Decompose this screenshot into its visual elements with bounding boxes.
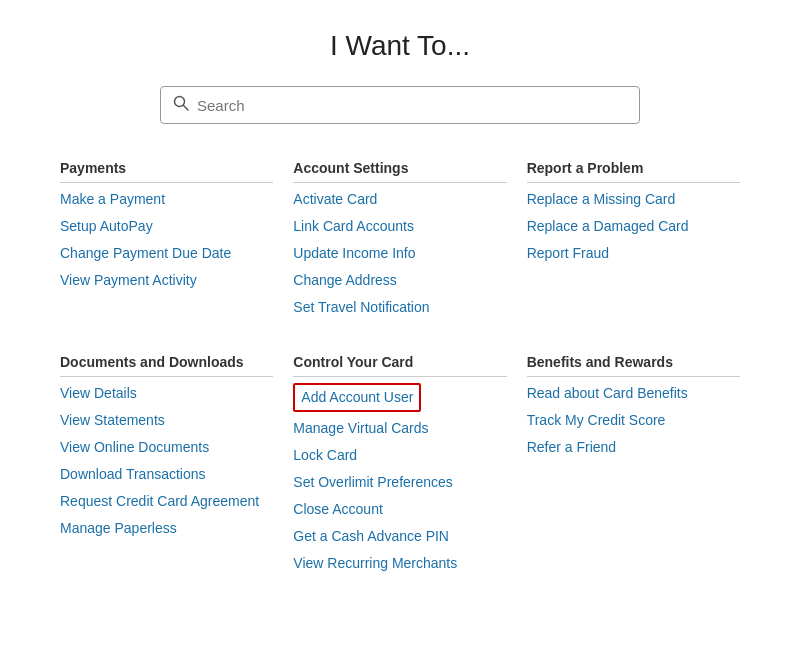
section-account-settings: Account SettingsActivate CardLink Card A… xyxy=(293,160,506,324)
link-activate-card[interactable]: Activate Card xyxy=(293,191,377,207)
list-item: Get a Cash Advance PIN xyxy=(293,526,506,547)
list-item: Track My Credit Score xyxy=(527,410,740,431)
section-links-report-a-problem: Replace a Missing CardReplace a Damaged … xyxy=(527,189,740,264)
link-replace-a-missing-card[interactable]: Replace a Missing Card xyxy=(527,191,676,207)
list-item: Make a Payment xyxy=(60,189,273,210)
section-report-a-problem: Report a ProblemReplace a Missing CardRe… xyxy=(527,160,740,324)
link-view-online-documents[interactable]: View Online Documents xyxy=(60,439,209,455)
link-change-address[interactable]: Change Address xyxy=(293,272,397,288)
search-icon xyxy=(173,95,189,115)
section-links-benefits-rewards: Read about Card BenefitsTrack My Credit … xyxy=(527,383,740,458)
section-links-account-settings: Activate CardLink Card AccountsUpdate In… xyxy=(293,189,506,318)
list-item: Add Account User xyxy=(293,383,506,412)
link-get-a-cash-advance-pin[interactable]: Get a Cash Advance PIN xyxy=(293,528,449,544)
link-view-details[interactable]: View Details xyxy=(60,385,137,401)
list-item: View Online Documents xyxy=(60,437,273,458)
list-item: View Details xyxy=(60,383,273,404)
list-item: Change Address xyxy=(293,270,506,291)
svg-line-1 xyxy=(184,106,189,111)
list-item: View Statements xyxy=(60,410,273,431)
list-item: Link Card Accounts xyxy=(293,216,506,237)
link-request-credit-card-agreement[interactable]: Request Credit Card Agreement xyxy=(60,493,259,509)
section-title-documents-downloads: Documents and Downloads xyxy=(60,354,273,377)
list-item: Refer a Friend xyxy=(527,437,740,458)
list-item: Setup AutoPay xyxy=(60,216,273,237)
list-item: Close Account xyxy=(293,499,506,520)
list-item: Activate Card xyxy=(293,189,506,210)
link-report-fraud[interactable]: Report Fraud xyxy=(527,245,609,261)
page-container: I Want To... PaymentsMake a PaymentSetup… xyxy=(0,0,800,640)
link-setup-autopay[interactable]: Setup AutoPay xyxy=(60,218,153,234)
link-add-account-user[interactable]: Add Account User xyxy=(301,389,413,405)
link-replace-a-damaged-card[interactable]: Replace a Damaged Card xyxy=(527,218,689,234)
section-payments: PaymentsMake a PaymentSetup AutoPayChang… xyxy=(60,160,273,324)
list-item: Set Travel Notification xyxy=(293,297,506,318)
link-lock-card[interactable]: Lock Card xyxy=(293,447,357,463)
link-set-travel-notification[interactable]: Set Travel Notification xyxy=(293,299,429,315)
link-update-income-info[interactable]: Update Income Info xyxy=(293,245,415,261)
list-item: Read about Card Benefits xyxy=(527,383,740,404)
link-manage-virtual-cards[interactable]: Manage Virtual Cards xyxy=(293,420,428,436)
link-view-statements[interactable]: View Statements xyxy=(60,412,165,428)
link-view-payment-activity[interactable]: View Payment Activity xyxy=(60,272,197,288)
list-item: Change Payment Due Date xyxy=(60,243,273,264)
sections-grid: PaymentsMake a PaymentSetup AutoPayChang… xyxy=(60,160,740,610)
section-title-benefits-rewards: Benefits and Rewards xyxy=(527,354,740,377)
list-item: Replace a Missing Card xyxy=(527,189,740,210)
section-control-your-card: Control Your CardAdd Account UserManage … xyxy=(293,354,506,580)
list-item: Update Income Info xyxy=(293,243,506,264)
list-item: View Payment Activity xyxy=(60,270,273,291)
section-links-control-your-card: Add Account UserManage Virtual CardsLock… xyxy=(293,383,506,574)
search-box xyxy=(160,86,640,124)
link-change-payment-due-date[interactable]: Change Payment Due Date xyxy=(60,245,231,261)
link-manage-paperless[interactable]: Manage Paperless xyxy=(60,520,177,536)
section-benefits-rewards: Benefits and RewardsRead about Card Bene… xyxy=(527,354,740,580)
list-item: Download Transactions xyxy=(60,464,273,485)
list-item: Set Overlimit Preferences xyxy=(293,472,506,493)
section-title-control-your-card: Control Your Card xyxy=(293,354,506,377)
section-title-payments: Payments xyxy=(60,160,273,183)
section-title-account-settings: Account Settings xyxy=(293,160,506,183)
section-links-payments: Make a PaymentSetup AutoPayChange Paymen… xyxy=(60,189,273,291)
section-links-documents-downloads: View DetailsView StatementsView Online D… xyxy=(60,383,273,539)
link-make-a-payment[interactable]: Make a Payment xyxy=(60,191,165,207)
list-item: View Recurring Merchants xyxy=(293,553,506,574)
list-item: Report Fraud xyxy=(527,243,740,264)
section-title-report-a-problem: Report a Problem xyxy=(527,160,740,183)
link-set-overlimit-preferences[interactable]: Set Overlimit Preferences xyxy=(293,474,453,490)
highlighted-link-wrapper: Add Account User xyxy=(293,383,421,412)
section-documents-downloads: Documents and DownloadsView DetailsView … xyxy=(60,354,273,580)
link-close-account[interactable]: Close Account xyxy=(293,501,383,517)
search-container xyxy=(60,86,740,124)
list-item: Manage Paperless xyxy=(60,518,273,539)
link-refer-a-friend[interactable]: Refer a Friend xyxy=(527,439,616,455)
list-item: Lock Card xyxy=(293,445,506,466)
search-input[interactable] xyxy=(197,97,627,114)
link-track-my-credit-score[interactable]: Track My Credit Score xyxy=(527,412,666,428)
link-download-transactions[interactable]: Download Transactions xyxy=(60,466,206,482)
list-item: Request Credit Card Agreement xyxy=(60,491,273,512)
link-view-recurring-merchants[interactable]: View Recurring Merchants xyxy=(293,555,457,571)
list-item: Replace a Damaged Card xyxy=(527,216,740,237)
list-item: Manage Virtual Cards xyxy=(293,418,506,439)
link-link-card-accounts[interactable]: Link Card Accounts xyxy=(293,218,414,234)
page-title: I Want To... xyxy=(60,30,740,62)
link-read-about-card-benefits[interactable]: Read about Card Benefits xyxy=(527,385,688,401)
